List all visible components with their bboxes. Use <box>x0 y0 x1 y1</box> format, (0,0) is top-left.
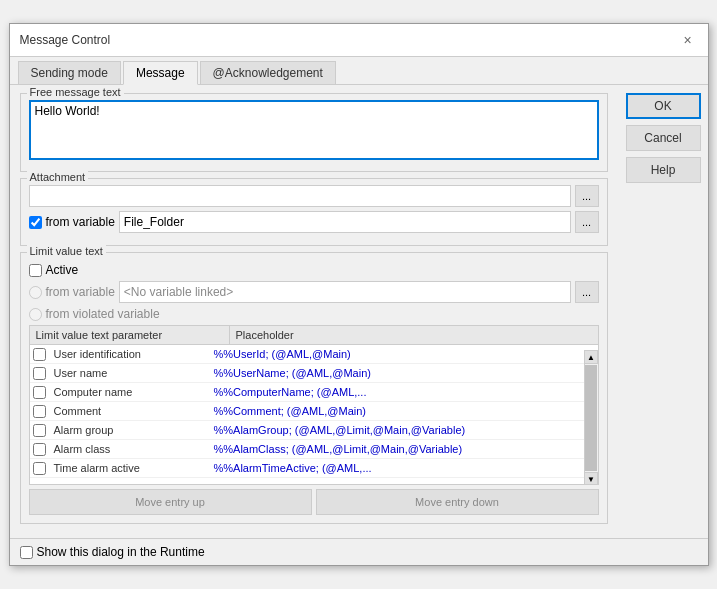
from-variable-row: from variable ... <box>29 281 599 303</box>
row-name: Comment <box>50 404 210 418</box>
row-checkbox[interactable] <box>33 424 46 437</box>
attachment-variable-row: from variable ... <box>29 211 599 233</box>
show-runtime-label[interactable]: Show this dialog in the Runtime <box>20 545 205 559</box>
row-placeholder: %%ComputerName; (@AML,... <box>210 385 598 399</box>
bottom-bar: Show this dialog in the Runtime <box>10 538 708 565</box>
free-message-group: Free message text Hello World! <box>20 93 608 172</box>
from-variable-checkbox-label[interactable]: from variable <box>29 215 115 229</box>
left-panel: Free message text Hello World! Attachmen… <box>10 85 618 538</box>
row-checkbox-cell[interactable] <box>30 462 50 475</box>
row-checkbox-cell[interactable] <box>30 386 50 399</box>
dialog-title: Message Control <box>20 33 111 47</box>
row-name: Time alarm active <box>50 461 210 475</box>
row-placeholder: %%UserId; (@AML,@Main) <box>210 347 598 361</box>
free-message-textarea[interactable]: Hello World! <box>29 100 599 160</box>
show-runtime-checkbox[interactable] <box>20 546 33 559</box>
row-name: User identification <box>50 347 210 361</box>
attachment-input[interactable] <box>29 185 571 207</box>
limit-table: Limit value text parameter Placeholder U… <box>29 325 599 485</box>
row-checkbox[interactable] <box>33 367 46 380</box>
close-button[interactable]: × <box>678 30 698 50</box>
row-checkbox-cell[interactable] <box>30 424 50 437</box>
row-name: User name <box>50 366 210 380</box>
from-variable-checkbox[interactable] <box>29 216 42 229</box>
row-checkbox[interactable] <box>33 348 46 361</box>
row-checkbox-cell[interactable] <box>30 367 50 380</box>
table-body: User identification %%UserId; (@AML,@Mai… <box>30 345 598 481</box>
ok-button[interactable]: OK <box>626 93 701 119</box>
row-checkbox[interactable] <box>33 386 46 399</box>
variable-input[interactable] <box>119 211 571 233</box>
table-row: Alarm group %%AlamGroup; (@AML,@Limit,@M… <box>30 421 598 440</box>
row-checkbox-cell[interactable] <box>30 405 50 418</box>
row-checkbox-cell[interactable] <box>30 348 50 361</box>
free-message-label: Free message text <box>27 86 124 98</box>
table-header: Limit value text parameter Placeholder <box>30 326 598 345</box>
table-row: User name %%UserName; (@AML,@Main) <box>30 364 598 383</box>
from-violated-row: from violated variable <box>29 307 599 321</box>
row-checkbox[interactable] <box>33 462 46 475</box>
from-variable-radio-label[interactable]: from variable <box>29 285 115 299</box>
tab-acknowledgement[interactable]: @Acknowledgement <box>200 61 336 84</box>
right-panel: OK Cancel Help <box>618 85 708 538</box>
active-row: Active <box>29 263 599 277</box>
row-checkbox[interactable] <box>33 405 46 418</box>
row-placeholder: %%Comment; (@AML,@Main) <box>210 404 598 418</box>
table-row: Computer name %%ComputerName; (@AML,... <box>30 383 598 402</box>
main-content: Free message text Hello World! Attachmen… <box>10 85 708 538</box>
attachment-browse-button[interactable]: ... <box>575 185 599 207</box>
title-bar: Message Control × <box>10 24 708 57</box>
tab-sending-mode[interactable]: Sending mode <box>18 61 121 84</box>
limit-variable-browse-button[interactable]: ... <box>575 281 599 303</box>
move-down-button[interactable]: Move entry down <box>316 489 599 515</box>
attachment-label: Attachment <box>27 171 89 183</box>
dialog: Message Control × Sending mode Message @… <box>9 23 709 566</box>
scroll-up-arrow[interactable]: ▲ <box>584 350 598 364</box>
row-checkbox-cell[interactable] <box>30 443 50 456</box>
limit-value-group: Limit value text Active from variable ..… <box>20 252 608 524</box>
attachment-group: Attachment ... from variable ... <box>20 178 608 246</box>
row-placeholder: %%AlamClass; (@AML,@Limit,@Main,@Variabl… <box>210 442 598 456</box>
active-checkbox[interactable] <box>29 264 42 277</box>
table-row: Alarm class %%AlamClass; (@AML,@Limit,@M… <box>30 440 598 459</box>
scrollbar[interactable]: ▲ ▼ <box>584 350 598 485</box>
from-violated-radio-label[interactable]: from violated variable <box>29 307 160 321</box>
scroll-down-arrow[interactable]: ▼ <box>584 472 598 485</box>
table-row: Comment %%Comment; (@AML,@Main) <box>30 402 598 421</box>
table-row: Time alarm active %%AlarmTimeActive; (@A… <box>30 459 598 478</box>
limit-value-label: Limit value text <box>27 245 106 257</box>
scrollbar-thumb[interactable] <box>585 365 597 471</box>
cancel-button[interactable]: Cancel <box>626 125 701 151</box>
row-checkbox[interactable] <box>33 443 46 456</box>
variable-browse-button[interactable]: ... <box>575 211 599 233</box>
move-up-button[interactable]: Move entry up <box>29 489 312 515</box>
tabs-bar: Sending mode Message @Acknowledgement <box>10 57 708 85</box>
row-name: Alarm group <box>50 423 210 437</box>
limit-variable-input[interactable] <box>119 281 571 303</box>
tab-message[interactable]: Message <box>123 61 198 85</box>
help-button[interactable]: Help <box>626 157 701 183</box>
from-variable-radio[interactable] <box>29 286 42 299</box>
table-row: User identification %%UserId; (@AML,@Mai… <box>30 345 598 364</box>
row-placeholder: %%AlarmTimeActive; (@AML,... <box>210 461 598 475</box>
active-checkbox-label[interactable]: Active <box>29 263 79 277</box>
row-name: Alarm class <box>50 442 210 456</box>
from-violated-radio[interactable] <box>29 308 42 321</box>
attachment-row: ... <box>29 185 599 207</box>
row-placeholder: %%AlamGroup; (@AML,@Limit,@Main,@Variabl… <box>210 423 598 437</box>
move-buttons: Move entry up Move entry down <box>29 489 599 515</box>
table-col1-header: Limit value text parameter <box>30 326 230 344</box>
table-col2-header: Placeholder <box>230 326 598 344</box>
row-placeholder: %%UserName; (@AML,@Main) <box>210 366 598 380</box>
row-name: Computer name <box>50 385 210 399</box>
